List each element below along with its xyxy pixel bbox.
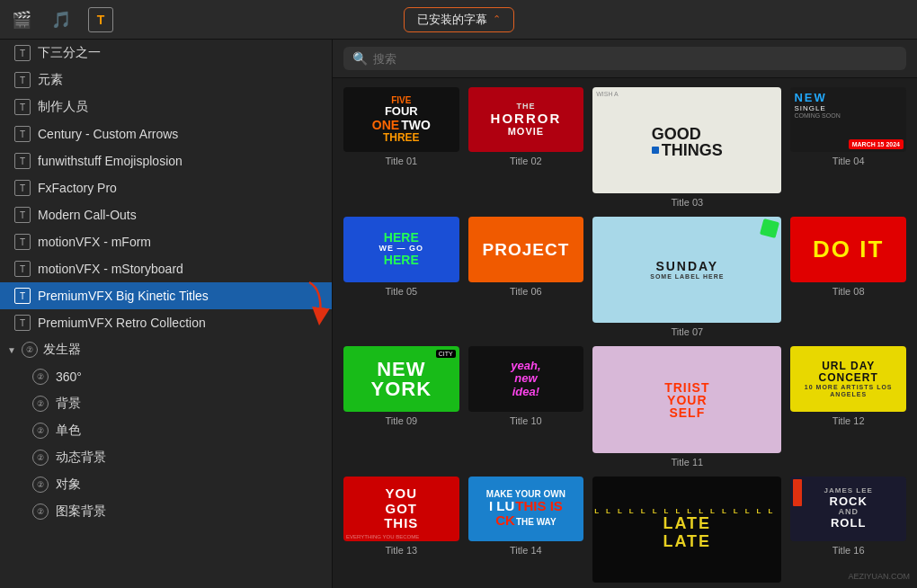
generator-item-icon: ② <box>32 503 49 520</box>
grid-container: FIVE FOUR ONETWO THREE Title 01 THE HORR… <box>333 78 917 588</box>
generator-item-icon: ② <box>32 477 49 493</box>
sidebar-item-solid[interactable]: ② 单色 <box>0 417 332 444</box>
toolbar-icons: 🎬 🎵 T <box>9 7 113 32</box>
text-item-icon: T <box>14 207 31 223</box>
generator-section-icon: ② <box>22 342 38 358</box>
grid-item[interactable]: SUNDAY SOME LABEL HERE Title 07 <box>592 217 781 337</box>
sidebar-item-mstory[interactable]: T motionVFX - mStoryboard <box>0 255 332 282</box>
sidebar-item-fx[interactable]: T FxFactory Pro <box>0 174 332 201</box>
grid-item[interactable]: URL DAY CONCERT 10 MORE ARTISTS LOS ANGE… <box>790 346 906 467</box>
sidebar-item-mform[interactable]: T motionVFX - mForm <box>0 228 332 255</box>
film-icon[interactable]: 🎬 <box>9 7 34 32</box>
text-icon[interactable]: T <box>88 7 113 32</box>
top-bar: 🎬 🎵 T 已安装的字幕 ⌃ <box>0 0 917 40</box>
grid-item[interactable]: DO IT Title 08 <box>790 217 906 337</box>
generator-item-icon: ② <box>32 450 49 466</box>
search-input[interactable] <box>373 52 897 66</box>
main-layout: T 下三分之一 T 元素 T 制作人员 T Century - Custom A… <box>0 40 917 588</box>
sidebar-item-fun[interactable]: T funwithstuff Emojisplosion <box>0 147 332 174</box>
right-panel: 🔍 FIVE FOUR ONETWO THREE Title 01 THE HO <box>333 40 917 588</box>
text-item-icon: T <box>14 99 31 115</box>
sidebar-item-360[interactable]: ② 360° <box>0 363 332 390</box>
text-item-icon: T <box>14 261 31 277</box>
sidebar-item-pattern[interactable]: ② 图案背景 <box>0 498 332 525</box>
grid-item[interactable]: NEW YORK CITY Title 09 <box>343 346 459 467</box>
grid-item[interactable]: THE HORROR MOVIE Title 02 <box>468 87 584 208</box>
grid-item[interactable]: MAKE YOUR OWN I LU THIS IS CK THE WAY Ti… <box>468 477 584 588</box>
sidebar-item-modern[interactable]: T Modern Call-Outs <box>0 201 332 228</box>
installed-captions-dropdown[interactable]: 已安装的字幕 ⌃ <box>404 7 514 32</box>
chevron-down-icon: ⌃ <box>493 13 501 25</box>
grid-item[interactable]: HERE WE — GO HERE Title 05 <box>343 217 459 337</box>
text-item-icon: T <box>14 315 31 331</box>
search-bar: 🔍 <box>333 40 917 78</box>
grid-item[interactable]: WISH A GOOD THINGS Title 03 <box>592 87 781 208</box>
search-input-wrap[interactable]: 🔍 <box>343 47 906 70</box>
generator-item-icon: ② <box>32 423 49 439</box>
text-item-icon: T <box>14 45 31 61</box>
sidebar-item-century[interactable]: T Century - Custom Arrows <box>0 120 332 147</box>
text-item-icon: T <box>14 126 31 142</box>
text-item-icon: T <box>14 288 31 304</box>
text-item-icon: T <box>14 234 31 250</box>
grid-item[interactable]: yeah, new idea! Title 10 <box>468 346 584 467</box>
search-icon: 🔍 <box>352 51 368 66</box>
generator-item-icon: ② <box>32 396 49 412</box>
generator-item-icon: ② <box>32 369 49 385</box>
sidebar-item-yuansu[interactable]: T 元素 <box>0 67 332 94</box>
music-icon[interactable]: 🎵 <box>49 7 74 32</box>
sidebar-item-xia[interactable]: T 下三分之一 <box>0 40 332 67</box>
sidebar: T 下三分之一 T 元素 T 制作人员 T Century - Custom A… <box>0 40 333 588</box>
grid-item[interactable]: FIVE FOUR ONETWO THREE Title 01 <box>343 87 459 208</box>
sidebar-item-zhizuo[interactable]: T 制作人员 <box>0 94 332 120</box>
text-item-icon: T <box>14 180 31 196</box>
sidebar-item-bg[interactable]: ② 背景 <box>0 390 332 417</box>
text-item-icon: T <box>14 153 31 169</box>
section-generator[interactable]: ▼ ② 发生器 <box>0 336 332 363</box>
grid-item[interactable]: NEW SINGLE COMING SOON MARCH 15 2024 Tit… <box>790 87 906 208</box>
triangle-down-icon: ▼ <box>7 345 16 355</box>
annotation-arrow-icon <box>282 281 333 325</box>
text-item-icon: T <box>14 72 31 88</box>
grid-item[interactable]: LLLLLLLLLLLLLLLL LATE LATE Title 15 <box>592 477 781 588</box>
grid-item[interactable]: TRIIST YOUR SELF Title 11 <box>592 346 781 467</box>
grid-item[interactable]: JAMES LEE ROCK AND ROLL Title 16 <box>790 477 906 588</box>
sidebar-item-obj[interactable]: ② 对象 <box>0 471 332 498</box>
grid-item[interactable]: PROJECT Title 06 <box>468 217 584 337</box>
sidebar-item-dyn[interactable]: ② 动态背景 <box>0 444 332 471</box>
title-grid: FIVE FOUR ONETWO THREE Title 01 THE HORR… <box>343 87 906 588</box>
grid-item[interactable]: YOU GOT THIS EVERYTHING YOU BECOME Title… <box>343 477 459 588</box>
